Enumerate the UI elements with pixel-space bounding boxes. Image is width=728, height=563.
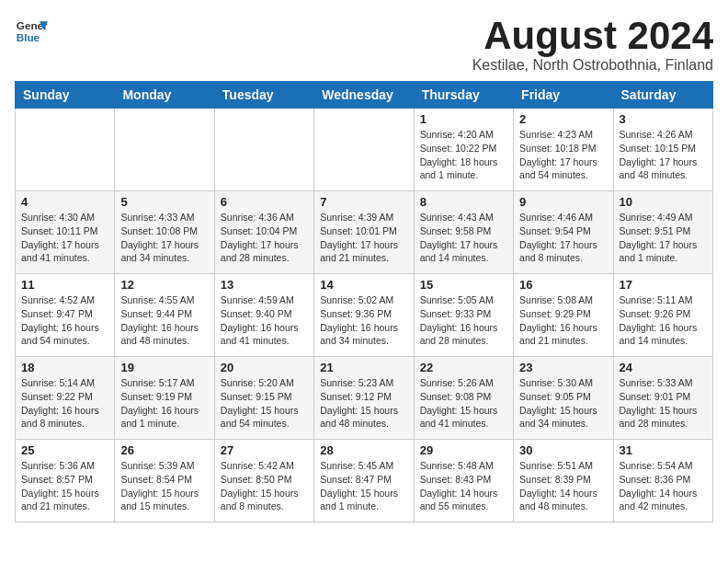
day-info: Sunrise: 5:08 AM Sunset: 9:29 PM Dayligh…	[519, 293, 607, 348]
calendar-cell: 21Sunrise: 5:23 AM Sunset: 9:12 PM Dayli…	[314, 357, 414, 440]
day-number: 9	[519, 195, 607, 209]
day-number: 28	[320, 443, 407, 457]
calendar-cell: 25Sunrise: 5:36 AM Sunset: 8:57 PM Dayli…	[16, 440, 115, 523]
calendar-cell: 9Sunrise: 4:46 AM Sunset: 9:54 PM Daylig…	[514, 191, 613, 274]
calendar-cell: 13Sunrise: 4:59 AM Sunset: 9:40 PM Dayli…	[214, 274, 313, 357]
calendar-cell: 4Sunrise: 4:30 AM Sunset: 10:11 PM Dayli…	[16, 191, 115, 274]
day-number: 16	[519, 278, 607, 292]
calendar-cell	[314, 109, 414, 191]
day-info: Sunrise: 5:48 AM Sunset: 8:43 PM Dayligh…	[420, 459, 507, 513]
header: General Blue August 2024 Kestilae, North…	[15, 15, 713, 74]
day-info: Sunrise: 4:43 AM Sunset: 9:58 PM Dayligh…	[420, 211, 507, 265]
day-number: 18	[21, 361, 108, 374]
calendar-cell: 26Sunrise: 5:39 AM Sunset: 8:54 PM Dayli…	[115, 440, 214, 523]
day-info: Sunrise: 5:45 AM Sunset: 8:47 PM Dayligh…	[320, 459, 407, 513]
day-info: Sunrise: 4:46 AM Sunset: 9:54 PM Dayligh…	[519, 211, 607, 265]
calendar-cell: 1Sunrise: 4:20 AM Sunset: 10:22 PM Dayli…	[414, 109, 513, 191]
day-info: Sunrise: 5:51 AM Sunset: 8:39 PM Dayligh…	[519, 459, 607, 513]
day-info: Sunrise: 5:14 AM Sunset: 9:22 PM Dayligh…	[21, 376, 108, 431]
calendar-cell: 22Sunrise: 5:26 AM Sunset: 9:08 PM Dayli…	[414, 357, 513, 440]
day-info: Sunrise: 4:49 AM Sunset: 9:51 PM Dayligh…	[620, 211, 707, 265]
day-info: Sunrise: 4:26 AM Sunset: 10:15 PM Daylig…	[620, 128, 707, 182]
calendar-cell: 10Sunrise: 4:49 AM Sunset: 9:51 PM Dayli…	[613, 191, 712, 274]
week-row-4: 18Sunrise: 5:14 AM Sunset: 9:22 PM Dayli…	[16, 357, 713, 440]
day-info: Sunrise: 5:42 AM Sunset: 8:50 PM Dayligh…	[221, 459, 308, 513]
header-saturday: Saturday	[613, 82, 712, 109]
week-row-2: 4Sunrise: 4:30 AM Sunset: 10:11 PM Dayli…	[16, 191, 713, 274]
day-info: Sunrise: 5:30 AM Sunset: 9:05 PM Dayligh…	[519, 376, 607, 431]
day-number: 2	[519, 112, 607, 126]
calendar-cell: 20Sunrise: 5:20 AM Sunset: 9:15 PM Dayli…	[214, 357, 313, 440]
day-info: Sunrise: 5:05 AM Sunset: 9:33 PM Dayligh…	[420, 293, 507, 348]
calendar-cell	[214, 109, 313, 191]
day-number: 22	[420, 361, 507, 374]
day-number: 23	[519, 361, 607, 374]
calendar-cell: 31Sunrise: 5:54 AM Sunset: 8:36 PM Dayli…	[613, 440, 712, 523]
day-info: Sunrise: 5:26 AM Sunset: 9:08 PM Dayligh…	[420, 376, 507, 431]
week-row-5: 25Sunrise: 5:36 AM Sunset: 8:57 PM Dayli…	[16, 440, 713, 523]
header-tuesday: Tuesday	[214, 82, 313, 109]
header-wednesday: Wednesday	[314, 82, 414, 109]
day-number: 13	[221, 278, 308, 292]
day-info: Sunrise: 5:02 AM Sunset: 9:36 PM Dayligh…	[320, 293, 407, 348]
header-monday: Monday	[115, 82, 214, 109]
logo-icon: General Blue	[15, 15, 48, 48]
day-number: 31	[620, 443, 707, 457]
day-number: 25	[21, 443, 108, 457]
day-info: Sunrise: 4:55 AM Sunset: 9:44 PM Dayligh…	[120, 293, 208, 348]
calendar-title: August 2024	[472, 15, 713, 57]
calendar-cell: 14Sunrise: 5:02 AM Sunset: 9:36 PM Dayli…	[314, 274, 414, 357]
day-number: 20	[221, 361, 308, 374]
calendar-cell: 12Sunrise: 4:55 AM Sunset: 9:44 PM Dayli…	[115, 274, 214, 357]
day-info: Sunrise: 5:33 AM Sunset: 9:01 PM Dayligh…	[620, 376, 707, 431]
calendar-cell: 19Sunrise: 5:17 AM Sunset: 9:19 PM Dayli…	[115, 357, 214, 440]
day-number: 3	[620, 112, 707, 126]
calendar-cell	[16, 109, 115, 191]
week-row-3: 11Sunrise: 4:52 AM Sunset: 9:47 PM Dayli…	[16, 274, 713, 357]
calendar-header-row: SundayMondayTuesdayWednesdayThursdayFrid…	[16, 82, 713, 109]
day-info: Sunrise: 4:30 AM Sunset: 10:11 PM Daylig…	[21, 211, 108, 265]
calendar-cell: 27Sunrise: 5:42 AM Sunset: 8:50 PM Dayli…	[214, 440, 313, 523]
day-number: 6	[221, 195, 308, 209]
calendar-cell: 8Sunrise: 4:43 AM Sunset: 9:58 PM Daylig…	[414, 191, 513, 274]
day-info: Sunrise: 5:20 AM Sunset: 9:15 PM Dayligh…	[221, 376, 308, 431]
calendar-cell: 7Sunrise: 4:39 AM Sunset: 10:01 PM Dayli…	[314, 191, 414, 274]
calendar-cell: 28Sunrise: 5:45 AM Sunset: 8:47 PM Dayli…	[314, 440, 414, 523]
day-number: 24	[620, 361, 707, 374]
calendar-cell: 5Sunrise: 4:33 AM Sunset: 10:08 PM Dayli…	[115, 191, 214, 274]
day-number: 10	[620, 195, 707, 209]
day-number: 21	[320, 361, 407, 374]
day-number: 5	[120, 195, 208, 209]
day-info: Sunrise: 5:11 AM Sunset: 9:26 PM Dayligh…	[620, 293, 707, 348]
day-number: 12	[120, 278, 208, 292]
calendar-cell: 17Sunrise: 5:11 AM Sunset: 9:26 PM Dayli…	[613, 274, 712, 357]
day-number: 1	[420, 112, 507, 126]
day-info: Sunrise: 4:23 AM Sunset: 10:18 PM Daylig…	[519, 128, 607, 182]
day-number: 26	[120, 443, 208, 457]
day-number: 29	[420, 443, 507, 457]
day-number: 17	[620, 278, 707, 292]
day-info: Sunrise: 5:36 AM Sunset: 8:57 PM Dayligh…	[21, 459, 108, 513]
day-info: Sunrise: 4:39 AM Sunset: 10:01 PM Daylig…	[320, 211, 407, 265]
day-info: Sunrise: 5:17 AM Sunset: 9:19 PM Dayligh…	[120, 376, 208, 431]
calendar-table: SundayMondayTuesdayWednesdayThursdayFrid…	[15, 81, 713, 523]
calendar-cell: 29Sunrise: 5:48 AM Sunset: 8:43 PM Dayli…	[414, 440, 513, 523]
calendar-cell	[115, 109, 214, 191]
header-thursday: Thursday	[414, 82, 513, 109]
day-info: Sunrise: 5:23 AM Sunset: 9:12 PM Dayligh…	[320, 376, 407, 431]
header-sunday: Sunday	[16, 82, 115, 109]
calendar-cell: 23Sunrise: 5:30 AM Sunset: 9:05 PM Dayli…	[514, 357, 613, 440]
logo: General Blue	[15, 15, 48, 48]
calendar-cell: 3Sunrise: 4:26 AM Sunset: 10:15 PM Dayli…	[613, 109, 712, 191]
day-info: Sunrise: 4:20 AM Sunset: 10:22 PM Daylig…	[420, 128, 507, 182]
day-info: Sunrise: 4:59 AM Sunset: 9:40 PM Dayligh…	[221, 293, 308, 348]
day-number: 4	[21, 195, 108, 209]
day-number: 15	[420, 278, 507, 292]
day-info: Sunrise: 5:54 AM Sunset: 8:36 PM Dayligh…	[620, 459, 707, 513]
day-number: 11	[21, 278, 108, 292]
day-info: Sunrise: 4:52 AM Sunset: 9:47 PM Dayligh…	[21, 293, 108, 348]
calendar-cell: 11Sunrise: 4:52 AM Sunset: 9:47 PM Dayli…	[16, 274, 115, 357]
calendar-cell: 24Sunrise: 5:33 AM Sunset: 9:01 PM Dayli…	[613, 357, 712, 440]
day-number: 19	[120, 361, 208, 374]
calendar-subtitle: Kestilae, North Ostrobothnia, Finland	[472, 57, 713, 74]
